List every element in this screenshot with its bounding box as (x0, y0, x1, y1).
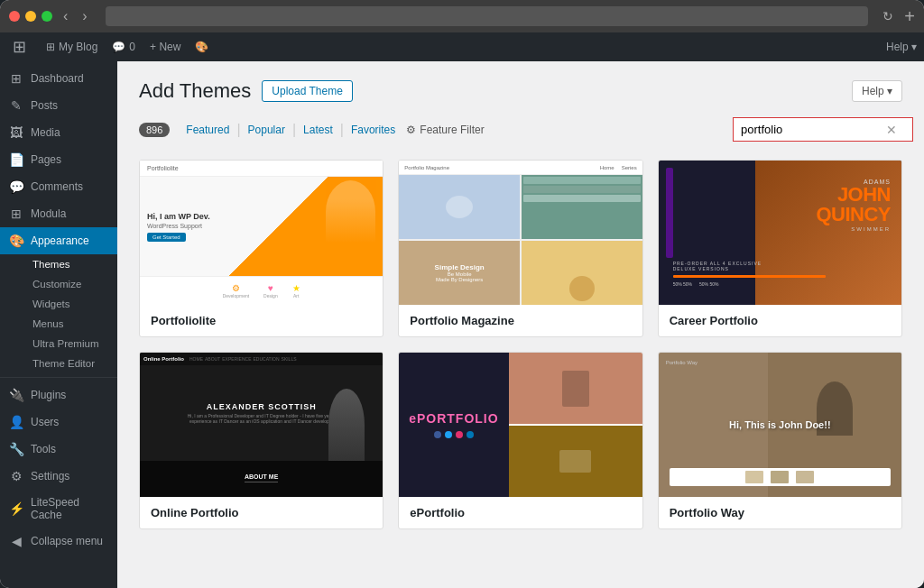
search-clear-button[interactable]: ✕ (886, 123, 897, 137)
feature-filter-button[interactable]: ⚙ Feature Filter (406, 124, 484, 136)
theme-card-portfolio-way[interactable]: Portfolio Way Hi, This is John Doe!! (658, 352, 902, 529)
theme-card-career-portfolio[interactable]: ADAMS JOHNQUINCY SWIMMER PRE-ORDER ALL 4… (658, 160, 902, 337)
minimize-button[interactable] (25, 11, 36, 22)
sidebar-label-settings: Settings (31, 470, 69, 482)
forward-button[interactable]: › (79, 8, 90, 24)
pm-img-1 (399, 175, 520, 239)
maximize-button[interactable] (42, 11, 52, 22)
widgets-label: Widgets (32, 299, 70, 309)
pm-nav: Portfolio Magazine Home Series (399, 161, 642, 175)
sidebar-submenu-theme-editor[interactable]: Theme Editor (25, 354, 117, 373)
ep-img-bottom (509, 426, 642, 497)
ep-right (509, 353, 642, 497)
sidebar-item-collapse[interactable]: ◀ Collapse menu (0, 528, 117, 555)
pf-services: ⚙Development ♥Design ★Art (140, 276, 383, 305)
sidebar-item-plugins[interactable]: 🔌 Plugins (0, 381, 117, 409)
pages-icon: 📄 (9, 152, 23, 167)
theme-preview-portfolio-way: Portfolio Way Hi, This is John Doe!! (659, 353, 901, 497)
sidebar-item-modula[interactable]: ⊞ Modula (0, 200, 117, 227)
sidebar-label-litespeed: LiteSpeed Cache (31, 496, 108, 521)
search-area: ✕ (733, 117, 902, 142)
theme-preview-portfoliolite: Portfoliolite Hi, I am WP Dev. WordPress… (140, 161, 383, 305)
blog-icon: ⊞ (46, 41, 55, 53)
sidebar-item-posts[interactable]: ✎ Posts (0, 92, 117, 119)
settings-icon: ⚙ (9, 469, 23, 483)
close-button[interactable] (9, 11, 20, 22)
media-icon: 🖼 (9, 125, 23, 140)
address-bar[interactable] (106, 6, 869, 26)
sidebar-item-media[interactable]: 🖼 Media (0, 119, 117, 146)
customize-label: Customize (32, 279, 81, 289)
blog-name: My Blog (59, 41, 97, 53)
sidebar-submenu-customize[interactable]: Customize (25, 274, 117, 294)
pm-img-3: Simple Design Be Mobile Made By Designer… (399, 241, 520, 305)
sidebar-section-plugins: 🔌 Plugins 👤 Users 🔧 Tools ⚙ Settings ⚡ (0, 377, 117, 555)
sidebar-label-appearance: Appearance (31, 234, 89, 247)
comments-count: 0 (129, 41, 135, 53)
sidebar-item-pages[interactable]: 📄 Pages (0, 146, 117, 173)
back-button[interactable]: ‹ (60, 8, 71, 24)
themes-grid: Portfoliolite Hi, I am WP Dev. WordPress… (139, 160, 902, 529)
pw-text: Hi, This is John Doe!! (729, 419, 830, 430)
filter-latest[interactable]: Latest (296, 124, 340, 136)
op-hero: ALEXANDER SCOTTISH Hi, I am a Profession… (140, 365, 383, 461)
sidebar-item-comments[interactable]: 💬 Comments (0, 173, 117, 200)
pm-img-4 (522, 241, 642, 305)
sidebar-item-litespeed[interactable]: ⚡ LiteSpeed Cache (0, 490, 117, 528)
appearance-icon: 🎨 (9, 234, 23, 248)
theme-name-eportfolio: ePortfolio (399, 497, 642, 528)
plugins-icon: 🔌 (9, 388, 23, 402)
filter-popular[interactable]: Popular (241, 124, 292, 136)
theme-card-eportfolio[interactable]: ePORTFOLIO (398, 352, 642, 529)
wp-logo-icon[interactable]: ⊞ (7, 37, 32, 57)
new-tab-button[interactable]: + (904, 6, 915, 27)
op-content: ALEXANDER SCOTTISH Hi, I am a Profession… (188, 402, 336, 424)
sidebar-label-modula: Modula (31, 207, 66, 220)
feature-filter-label: Feature Filter (420, 124, 484, 136)
help-button[interactable]: Help ▾ (886, 41, 917, 53)
sidebar-submenu-ultra-premium[interactable]: Ultra Premium (25, 334, 117, 354)
comments-sidebar-icon: 💬 (9, 179, 23, 194)
sidebar-item-tools[interactable]: 🔧 Tools (0, 436, 117, 463)
sidebar-submenu-widgets[interactable]: Widgets (25, 294, 117, 314)
sidebar-label-media: Media (31, 126, 60, 139)
main-layout: ⊞ Dashboard ✎ Posts 🖼 Media 📄 Pages 💬 Co… (0, 61, 924, 588)
service-2: ♥Design (263, 283, 278, 299)
posts-icon: ✎ (9, 98, 23, 113)
upload-theme-button[interactable]: Upload Theme (262, 80, 353, 102)
sidebar-label-comments: Comments (31, 180, 83, 193)
window-controls (9, 11, 52, 22)
admin-bar-blog[interactable]: ⊞ My Blog (46, 41, 97, 53)
collapse-icon: ◀ (9, 534, 23, 548)
admin-bar-comments[interactable]: 💬 0 (112, 41, 135, 53)
admin-bar-new[interactable]: + New (150, 41, 180, 53)
theme-card-online-portfolio[interactable]: Online Portfolio HOME ABOUT EXPERIENCE E… (139, 352, 383, 529)
sidebar-submenu-menus[interactable]: Menus (25, 314, 117, 334)
ep-social (434, 431, 474, 438)
theme-card-portfoliolite[interactable]: Portfoliolite Hi, I am WP Dev. WordPress… (139, 160, 383, 337)
help-area-button[interactable]: Help ▾ (852, 80, 902, 102)
admin-bar-customize[interactable]: 🎨 (195, 41, 208, 53)
ultra-premium-label: Ultra Premium (32, 338, 98, 349)
dashboard-icon: ⊞ (9, 71, 23, 86)
cp-bottom: PRE-ORDER ALL 4 EXCLUSIVEDELUXE VERSIONS… (673, 261, 891, 287)
sidebar-item-settings[interactable]: ⚙ Settings (0, 463, 117, 490)
sidebar-submenu-themes[interactable]: Themes (25, 254, 117, 274)
theme-name-portfolio-way: Portfolio Way (659, 497, 901, 528)
pf-hero: Hi, I am WP Dev. WordPress Support Get S… (140, 177, 383, 276)
theme-preview-eportfolio: ePORTFOLIO (399, 353, 642, 497)
theme-name-career-portfolio: Career Portfolio (659, 305, 901, 336)
op-about: ABOUT ME (140, 461, 383, 497)
sidebar-label-tools: Tools (31, 443, 56, 455)
sidebar-item-users[interactable]: 👤 Users (0, 409, 117, 436)
op-silhouette (328, 389, 365, 461)
theme-preview-portfolio-magazine: Portfolio Magazine Home Series (399, 161, 642, 305)
service-3: ★Art (292, 283, 300, 299)
sidebar-item-appearance[interactable]: 🎨 Appearance (0, 227, 117, 254)
refresh-button[interactable]: ↻ (882, 9, 893, 23)
sidebar-item-dashboard[interactable]: ⊞ Dashboard (0, 65, 117, 92)
filter-featured[interactable]: Featured (179, 124, 236, 136)
filter-favorites[interactable]: Favorites (344, 124, 402, 136)
theme-card-portfolio-magazine[interactable]: Portfolio Magazine Home Series (398, 160, 642, 337)
sidebar-label-pages: Pages (31, 153, 61, 166)
